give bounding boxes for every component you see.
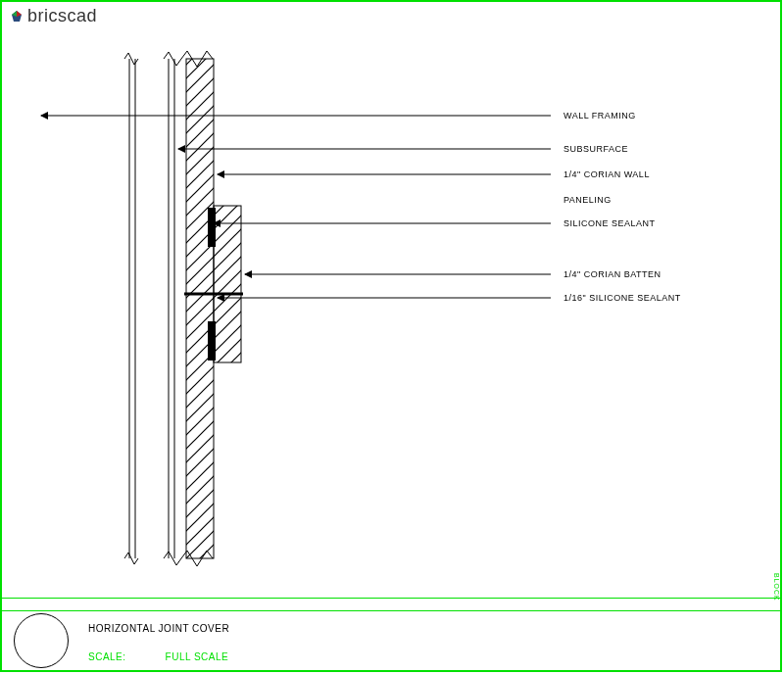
detail-circle-icon xyxy=(14,613,69,668)
label-corian-wall: 1/4" CORIAN WALL xyxy=(564,169,650,179)
logo-icon xyxy=(10,10,24,24)
side-mark: BLOCK xyxy=(773,573,780,602)
svg-rect-9 xyxy=(208,208,216,247)
label-corian-batten: 1/4" CORIAN BATTEN xyxy=(564,269,662,279)
drawing-canvas xyxy=(2,29,780,598)
scale-label: SCALE: xyxy=(88,651,126,662)
app-logo: bricscad xyxy=(10,6,97,26)
scale-row: SCALE: FULL SCALE xyxy=(88,651,228,662)
title-divider xyxy=(2,598,780,611)
drawing-title: HORIZONTAL JOINT COVER xyxy=(88,623,229,634)
leaders xyxy=(41,116,551,298)
paneling-layer xyxy=(181,51,214,566)
app-name: bricscad xyxy=(27,6,97,26)
svg-rect-10 xyxy=(208,321,216,361)
scale-value: FULL SCALE xyxy=(166,651,229,662)
svg-rect-8 xyxy=(214,206,241,362)
wall-framing-lines xyxy=(124,52,181,565)
label-wall-framing: WALL FRAMING xyxy=(564,111,636,120)
svg-rect-7 xyxy=(186,59,214,558)
label-silicone-sealant-16: 1/16" SILICONE SEALANT xyxy=(564,293,681,303)
label-subsurface: SUBSURFACE xyxy=(564,144,628,154)
label-silicone-sealant: SILICONE SEALANT xyxy=(564,218,656,228)
label-corian-wall-2: PANELING xyxy=(564,195,612,205)
